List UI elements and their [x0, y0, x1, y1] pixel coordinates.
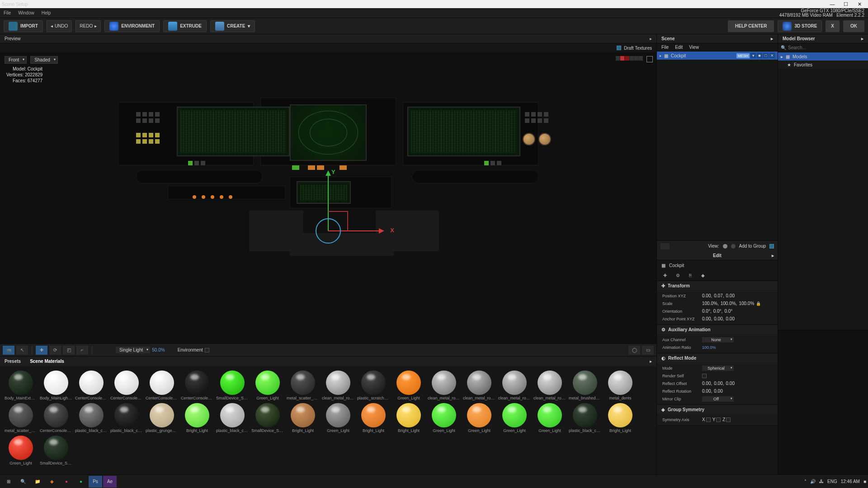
camera-mode-button[interactable]: 📹: [3, 346, 14, 355]
material-item[interactable]: Green_Light: [498, 403, 531, 433]
duplicate-icon[interactable]: ⎘: [687, 272, 694, 279]
add-group-checkbox[interactable]: [769, 244, 774, 249]
edit-tab[interactable]: Edit▸: [657, 251, 778, 260]
explorer-button[interactable]: 📁: [31, 476, 44, 488]
view-dot-1[interactable]: [723, 244, 727, 249]
select-mode-button[interactable]: ↖: [16, 346, 28, 355]
material-item[interactable]: Green_Light: [392, 371, 425, 400]
minimize-button[interactable]: —: [826, 0, 839, 8]
lock-icon[interactable]: 🔒: [756, 301, 761, 306]
move-tool-button[interactable]: ✚: [36, 346, 47, 355]
material-item[interactable]: Green_Light: [322, 403, 354, 433]
symmetry-header[interactable]: ◈Group Symmetry: [657, 405, 778, 414]
render-self-checkbox[interactable]: [702, 374, 707, 378]
tray-clock[interactable]: 12:46 AM: [841, 479, 860, 484]
tray-network-icon[interactable]: 🖧: [819, 479, 824, 484]
create-button[interactable]: CREATE ▾: [210, 20, 255, 32]
import-button[interactable]: IMPORT: [4, 20, 43, 32]
scene-edit-menu[interactable]: Edit: [675, 45, 683, 50]
material-item[interactable]: Body_MainLightBa: [40, 371, 72, 400]
store-button[interactable]: 3D STORE: [778, 20, 822, 32]
mirror-clip-dropdown[interactable]: Off: [702, 396, 734, 402]
menu-help[interactable]: Help: [42, 10, 51, 15]
menu-file[interactable]: File: [4, 10, 11, 15]
reflect-rotation-value[interactable]: 0.00,0.00: [702, 389, 725, 394]
reflect-header[interactable]: ◐Reflect Mode: [657, 353, 778, 362]
browser-collapse[interactable]: ▸: [861, 36, 863, 41]
rotate-tool-button[interactable]: ⟳: [49, 346, 61, 355]
maximize-button[interactable]: ☐: [839, 0, 853, 8]
material-item[interactable]: clean_metal_rough: [463, 371, 495, 400]
material-item[interactable]: Green_Light: [251, 371, 284, 400]
material-item[interactable]: CenterConsole_Da: [110, 371, 143, 400]
position-value[interactable]: 0.00,0.07,0.00: [702, 293, 736, 298]
render-button[interactable]: ◯: [628, 346, 640, 355]
material-item[interactable]: Green_Light: [428, 403, 460, 433]
sym-y-checkbox[interactable]: [716, 418, 721, 422]
material-item[interactable]: Body_MainExterior: [5, 371, 37, 400]
ok-button[interactable]: OK: [843, 20, 864, 32]
app-button-1[interactable]: ◆: [45, 476, 59, 488]
material-item[interactable]: Green_Light: [533, 403, 566, 433]
anim-ratio-value[interactable]: 100.0%: [702, 345, 716, 350]
material-item[interactable]: plastic_black_clean: [216, 403, 249, 433]
material-item[interactable]: Bright_Light: [357, 403, 390, 433]
camera-icon[interactable]: [660, 243, 670, 249]
aux-channel-dropdown[interactable]: None: [702, 337, 734, 343]
material-item[interactable]: clean_metal_rough: [428, 371, 460, 400]
material-item[interactable]: Bright_Light: [604, 403, 637, 433]
scene-materials-tab[interactable]: Scene Materials: [30, 357, 64, 366]
material-item[interactable]: metal_brushed_gr: [569, 371, 601, 400]
anchor-tool-button[interactable]: ⌐: [76, 346, 88, 355]
material-item[interactable]: Bright_Light: [287, 403, 319, 433]
material-item[interactable]: SmallDevice_Scree: [216, 371, 249, 400]
settings-icon[interactable]: ⚙: [674, 272, 681, 279]
search-input[interactable]: [788, 45, 865, 50]
extrude-button[interactable]: EXTRUDE: [163, 20, 207, 32]
help-center-button[interactable]: HELP CENTER: [728, 20, 774, 32]
close-button[interactable]: ✕: [853, 0, 866, 8]
hierarchy-icon[interactable]: ◆: [699, 272, 707, 279]
expand-icon[interactable]: ▸: [660, 54, 661, 58]
presets-tab[interactable]: Presets: [5, 357, 21, 366]
material-item[interactable]: plastic_black_clean: [110, 403, 143, 433]
material-item[interactable]: CenterConsole_BT: [146, 371, 178, 400]
scene-collapse[interactable]: ▸: [771, 36, 773, 41]
redo-button[interactable]: REDO ▸: [75, 20, 101, 32]
search-button[interactable]: 🔍: [16, 476, 30, 488]
scene-file-menu[interactable]: File: [661, 45, 669, 50]
app-button-4[interactable]: Ps: [89, 476, 102, 488]
material-item[interactable]: clean_metal_rough: [322, 371, 354, 400]
material-item[interactable]: SmallDevice_Scree: [40, 436, 72, 465]
sym-x-checkbox[interactable]: [706, 418, 711, 422]
material-item[interactable]: metal_dents: [604, 371, 637, 400]
light-mode-dropdown[interactable]: Single Light: [116, 347, 150, 353]
solo-icon[interactable]: □: [763, 53, 769, 58]
material-item[interactable]: Green_Light: [463, 403, 495, 433]
scene-view-menu[interactable]: View: [689, 45, 699, 50]
reflect-offset-value[interactable]: 0.00,0.00,0.00: [702, 381, 736, 386]
material-item[interactable]: Green_Light: [5, 436, 37, 465]
shade-dropdown[interactable]: Shaded: [30, 56, 57, 64]
orientation-value[interactable]: 0.0°,0.0°,0.0°: [702, 309, 734, 314]
material-item[interactable]: CenterConsole_Sc: [181, 371, 213, 400]
material-item[interactable]: clean_metal_rough: [498, 371, 531, 400]
move-icon[interactable]: ✚: [661, 272, 669, 279]
view-dot-2[interactable]: [731, 244, 736, 249]
material-item[interactable]: SmallDevice_Scree: [251, 403, 284, 433]
delete-icon[interactable]: ✕: [769, 53, 775, 58]
visibility-icon[interactable]: ■: [757, 53, 762, 58]
scale-tool-button[interactable]: ◰: [63, 346, 75, 355]
system-tray[interactable]: ˄ 🔊 🖧 ENG 12:46 AM ■: [804, 479, 866, 484]
undo-button[interactable]: ◂ UNDO: [47, 20, 72, 32]
view-dropdown[interactable]: Front: [5, 56, 27, 64]
material-item[interactable]: plastic_black_clean: [75, 403, 108, 433]
tray-volume-icon[interactable]: 🔊: [810, 479, 816, 484]
material-item[interactable]: metal_scatter_box: [287, 371, 319, 400]
dropdown-icon[interactable]: ▾: [750, 53, 756, 58]
material-item[interactable]: plastic_black_clean: [569, 403, 601, 433]
material-item[interactable]: CenterConsole_Da: [75, 371, 108, 400]
material-item[interactable]: plastic_scratches_: [357, 371, 390, 400]
preview-collapse[interactable]: ▸: [650, 36, 652, 41]
draft-checkbox[interactable]: [617, 46, 621, 50]
